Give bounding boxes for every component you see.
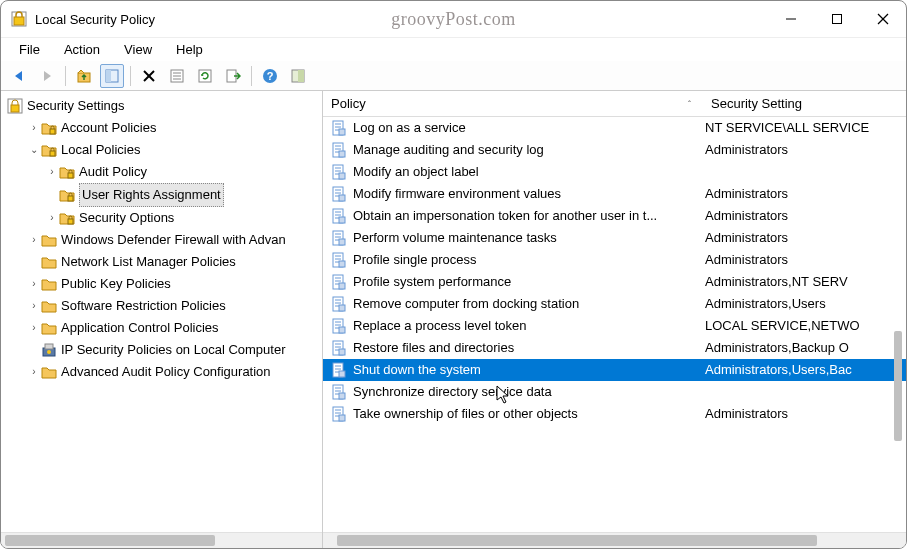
policy-row[interactable]: Restore files and directoriesAdministrat… bbox=[323, 337, 906, 359]
svg-rect-60 bbox=[339, 239, 345, 245]
chevron-right-icon[interactable]: › bbox=[27, 229, 41, 251]
export-list-button[interactable] bbox=[221, 64, 245, 88]
folder-icon bbox=[41, 364, 57, 380]
policy-row[interactable]: Modify firmware environment valuesAdmini… bbox=[323, 183, 906, 205]
close-button[interactable] bbox=[860, 1, 906, 37]
help-button[interactable]: ? bbox=[258, 64, 282, 88]
tree-item[interactable]: ›Advanced Audit Policy Configuration bbox=[5, 361, 322, 383]
folder-icon bbox=[41, 232, 57, 248]
chevron-right-icon[interactable]: › bbox=[27, 361, 41, 383]
chevron-right-icon[interactable]: › bbox=[27, 273, 41, 295]
tree-horizontal-scrollbar[interactable] bbox=[1, 532, 322, 548]
menu-help[interactable]: Help bbox=[166, 40, 213, 59]
svg-rect-80 bbox=[339, 327, 345, 333]
policy-name: Replace a process level token bbox=[353, 315, 526, 337]
folder-lock-icon bbox=[41, 142, 57, 158]
tree-item[interactable]: ›User Rights Assignment bbox=[5, 183, 322, 207]
forward-button[interactable] bbox=[35, 64, 59, 88]
policy-item-icon bbox=[331, 120, 347, 136]
chevron-right-icon[interactable]: › bbox=[27, 117, 41, 139]
delete-button[interactable] bbox=[137, 64, 161, 88]
svg-rect-85 bbox=[339, 349, 345, 355]
folder-lock-icon bbox=[41, 120, 57, 136]
scrollbar-thumb[interactable] bbox=[5, 535, 215, 546]
tree-item[interactable]: ›Windows Defender Firewall with Advan bbox=[5, 229, 322, 251]
toolbar-separator bbox=[65, 66, 66, 86]
tree-item[interactable]: ›Public Key Policies bbox=[5, 273, 322, 295]
policy-item-icon bbox=[331, 362, 347, 378]
chevron-right-icon[interactable]: › bbox=[45, 207, 59, 229]
policy-row[interactable]: Synchronize directory service data bbox=[323, 381, 906, 403]
scrollbar-thumb[interactable] bbox=[894, 331, 902, 441]
tree-item-label: Windows Defender Firewall with Advan bbox=[61, 229, 286, 251]
window-title: Local Security Policy bbox=[35, 12, 155, 27]
policy-row[interactable]: Profile single processAdministrators bbox=[323, 249, 906, 271]
properties-button[interactable] bbox=[165, 64, 189, 88]
policy-row[interactable]: Log on as a serviceNT SERVICE\ALL SERVIC… bbox=[323, 117, 906, 139]
list-vertical-scrollbar[interactable] bbox=[892, 121, 904, 528]
up-level-button[interactable] bbox=[72, 64, 96, 88]
window-controls bbox=[768, 1, 906, 37]
policy-item-icon bbox=[331, 340, 347, 356]
policy-row[interactable]: Replace a process level tokenLOCAL SERVI… bbox=[323, 315, 906, 337]
policy-row[interactable]: Take ownership of files or other objects… bbox=[323, 403, 906, 425]
policy-setting: Administrators bbox=[705, 205, 906, 227]
column-header-policy[interactable]: Policy ˆ bbox=[331, 96, 711, 111]
menu-file[interactable]: File bbox=[9, 40, 50, 59]
tree-item[interactable]: ›Account Policies bbox=[5, 117, 322, 139]
svg-rect-27 bbox=[68, 219, 73, 224]
tree-item[interactable]: ⌄Local Policies bbox=[5, 139, 322, 161]
tree-item[interactable]: ›Security Options bbox=[5, 207, 322, 229]
show-hide-tree-button[interactable] bbox=[100, 64, 124, 88]
chevron-right-icon[interactable]: › bbox=[27, 295, 41, 317]
tree-pane: Security Settings ›Account Policies⌄Loca… bbox=[1, 91, 323, 548]
policy-setting: Administrators,NT SERV bbox=[705, 271, 906, 293]
policy-row[interactable]: Shut down the systemAdministrators,Users… bbox=[323, 359, 906, 381]
tree-item[interactable]: ›Software Restriction Policies bbox=[5, 295, 322, 317]
policy-setting: Administrators bbox=[705, 183, 906, 205]
folder-icon bbox=[41, 254, 57, 270]
watermark-text: groovyPost.com bbox=[391, 9, 516, 30]
minimize-button[interactable] bbox=[768, 1, 814, 37]
menu-view[interactable]: View bbox=[114, 40, 162, 59]
policy-row[interactable]: Perform volume maintenance tasksAdminist… bbox=[323, 227, 906, 249]
scrollbar-thumb[interactable] bbox=[337, 535, 817, 546]
policy-row[interactable]: Profile system performanceAdministrators… bbox=[323, 271, 906, 293]
svg-rect-70 bbox=[339, 283, 345, 289]
maximize-button[interactable] bbox=[814, 1, 860, 37]
folder-icon bbox=[41, 276, 57, 292]
svg-rect-26 bbox=[68, 196, 73, 201]
svg-rect-29 bbox=[45, 344, 53, 349]
back-button[interactable] bbox=[7, 64, 31, 88]
chevron-right-icon[interactable]: › bbox=[27, 317, 41, 339]
tree-root[interactable]: Security Settings bbox=[5, 95, 322, 117]
refresh-button[interactable] bbox=[193, 64, 217, 88]
policy-name: Shut down the system bbox=[353, 359, 481, 381]
policy-name: Remove computer from docking station bbox=[353, 293, 579, 315]
policy-name: Modify firmware environment values bbox=[353, 183, 561, 205]
list-horizontal-scrollbar[interactable] bbox=[323, 532, 906, 548]
menubar: File Action View Help bbox=[1, 37, 906, 61]
menu-action[interactable]: Action bbox=[54, 40, 110, 59]
chevron-down-icon[interactable]: ⌄ bbox=[27, 139, 41, 161]
policy-name: Profile system performance bbox=[353, 271, 511, 293]
policy-row[interactable]: Manage auditing and security logAdminist… bbox=[323, 139, 906, 161]
column-header-setting[interactable]: Security Setting bbox=[711, 96, 906, 111]
tree[interactable]: Security Settings ›Account Policies⌄Loca… bbox=[1, 91, 322, 532]
policy-row[interactable]: Modify an object label bbox=[323, 161, 906, 183]
tree-item[interactable]: ›Network List Manager Policies bbox=[5, 251, 322, 273]
policy-name: Restore files and directories bbox=[353, 337, 514, 359]
policy-row[interactable]: Obtain an impersonation token for anothe… bbox=[323, 205, 906, 227]
tree-item[interactable]: ›IP Security Policies on Local Computer bbox=[5, 339, 322, 361]
tree-root-label: Security Settings bbox=[27, 95, 125, 117]
chevron-right-icon[interactable]: › bbox=[45, 161, 59, 183]
tree-item[interactable]: ›Application Control Policies bbox=[5, 317, 322, 339]
policy-setting: Administrators bbox=[705, 139, 906, 161]
list-body[interactable]: Log on as a serviceNT SERVICE\ALL SERVIC… bbox=[323, 117, 906, 532]
policy-item-icon bbox=[331, 208, 347, 224]
tree-item[interactable]: ›Audit Policy bbox=[5, 161, 322, 183]
policy-setting: Administrators,Backup O bbox=[705, 337, 906, 359]
app-icon bbox=[11, 11, 27, 27]
policy-row[interactable]: Remove computer from docking stationAdmi… bbox=[323, 293, 906, 315]
action-pane-button[interactable] bbox=[286, 64, 310, 88]
